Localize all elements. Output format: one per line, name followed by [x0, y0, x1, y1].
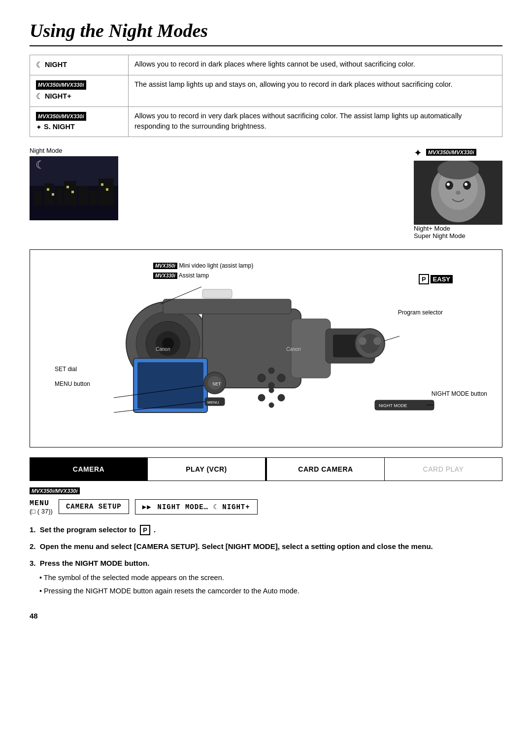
camera-diagram: MVX350i Mini video light (assist lamp) M… [30, 249, 502, 447]
night-mode-image: ☾ [30, 156, 118, 220]
menu-arrow: ▶▶ [142, 503, 152, 511]
p-symbol-step1: P [140, 525, 150, 535]
table-row: ☾ NIGHT Allows you to record in dark pla… [30, 55, 502, 75]
tab-play-vcr[interactable]: PLAY (VCR) [148, 458, 266, 481]
svg-rect-12 [71, 191, 74, 193]
menu-title: MENU [30, 499, 53, 508]
step-2: 2. Open the menu and select [CAMERA SETU… [30, 541, 502, 552]
svg-text:Canon: Canon [156, 346, 170, 352]
svg-text:☾: ☾ [35, 159, 45, 171]
svg-point-44 [278, 394, 285, 401]
super-night-mode-label: Super Night Mode [414, 232, 466, 240]
bullet-1: The symbol of the selected mode appears … [39, 572, 502, 584]
mode-tabs: CAMERA PLAY (VCR) CARD CAMERA CARD PLAY [30, 457, 502, 481]
mode-table: ☾ NIGHT Allows you to record in dark pla… [30, 55, 502, 137]
camera-setup-text: CAMERA SETUP [66, 503, 122, 511]
svg-text:MENU: MENU [207, 400, 219, 405]
night-description: Allows you to record in dark places wher… [129, 55, 502, 75]
night-mode-label: Night Mode [30, 147, 62, 154]
mvx-badge: MVX350i/MVX330i [36, 112, 86, 121]
svg-text:Canon: Canon [286, 346, 301, 352]
night-plus-moon-icon: ☾ [36, 92, 43, 101]
svg-point-41 [268, 382, 274, 388]
tab-camera[interactable]: CAMERA [30, 458, 148, 481]
svg-point-45 [269, 403, 274, 408]
night-moon-icon: ☾ [36, 61, 43, 69]
svg-rect-33 [163, 299, 291, 314]
table-row: MVX350i/MVX330i ☾ NIGHT+ The assist lamp… [30, 75, 502, 107]
night-mode-flow-box: ▶▶ NIGHT MODE… ☾ NIGHT+ [135, 499, 258, 515]
set-dial-label: SET dial [55, 366, 77, 373]
mvx-badge-right: MVX350i/MVX330i [426, 149, 476, 156]
night-mode-menu-text: NIGHT MODE… ☾ NIGHT+ [158, 503, 250, 511]
svg-rect-55 [202, 289, 232, 298]
night-mode-button-label: NIGHT MODE button [432, 390, 487, 397]
tab-card-camera[interactable]: CARD CAMERA [267, 458, 385, 481]
night-plus-label: NIGHT+ [45, 92, 71, 100]
night-label: NIGHT [45, 61, 67, 69]
svg-text:NIGHT MODE: NIGHT MODE [379, 403, 407, 408]
step-1: 1. Set the program selector to P . [30, 524, 502, 536]
title-divider [30, 45, 502, 46]
mvx-badge-row: MVX350i/MVX330i [30, 486, 502, 495]
svg-point-54 [373, 337, 381, 345]
svg-point-22 [447, 183, 450, 186]
svg-point-39 [268, 368, 274, 374]
night-plus-image [414, 161, 502, 225]
svg-rect-14 [106, 188, 108, 191]
menu-button-label: MENU button [55, 380, 90, 387]
assist-lamp-label: MVX330i Assist lamp [153, 272, 209, 280]
svg-point-40 [277, 374, 285, 382]
steps-section: 1. Set the program selector to P . 2. Op… [30, 524, 502, 597]
s-night-label: S. NIGHT [44, 123, 75, 131]
s-night-description: Allows you to record in very dark places… [129, 106, 502, 137]
menu-section: MENU (□ ( 37)) CAMERA SETUP ▶▶ NIGHT MOD… [30, 499, 502, 515]
super-night-star-icon: ✦ [414, 147, 422, 159]
mvx-main-badge: MVX350i/MVX330i [30, 487, 80, 494]
svg-rect-15 [30, 206, 118, 220]
svg-point-53 [359, 337, 366, 345]
tab-card-play[interactable]: CARD PLAY [385, 458, 502, 481]
night-icon: ☾ [213, 503, 217, 511]
svg-rect-11 [66, 186, 69, 188]
svg-point-38 [258, 374, 266, 382]
svg-rect-37 [137, 362, 203, 409]
table-row: MVX350i/MVX330i ✦ S. NIGHT Allows you to… [30, 106, 502, 137]
svg-line-61 [384, 336, 399, 341]
menu-flow-box: CAMERA SETUP [59, 499, 129, 514]
night-plus-mode-cell: MVX350i/MVX330i ☾ NIGHT+ [30, 75, 129, 107]
svg-point-23 [465, 183, 467, 186]
svg-point-43 [269, 388, 274, 393]
svg-rect-13 [101, 183, 103, 186]
svg-rect-9 [47, 188, 49, 191]
images-section: Night Mode ☾ ✦ MVX [30, 147, 502, 240]
svg-point-24 [456, 191, 461, 195]
camera-svg: SET MENU Canon Canon NIGHT MODE [65, 279, 468, 422]
night-mode-cell: ☾ NIGHT [30, 55, 129, 75]
svg-text:SET: SET [212, 381, 221, 386]
mvx-badge: MVX350i/MVX330i [36, 80, 86, 90]
menu-page-ref: (□ ( 37)) [30, 508, 53, 515]
right-image-block: ✦ MVX350i/MVX330i Night+ Mode Super Nigh… [414, 147, 502, 240]
mini-video-light-label: MVX350i Mini video light (assist lamp) [153, 262, 253, 270]
s-night-mode-cell: MVX350i/MVX330i ✦ S. NIGHT [30, 106, 129, 137]
page-number: 48 [30, 612, 502, 620]
s-night-star-icon: ✦ [36, 123, 42, 131]
page-title: Using the Night Modes [30, 20, 502, 41]
left-image-block: Night Mode ☾ [30, 147, 118, 220]
step-3-bullets: The symbol of the selected mode appears … [39, 572, 502, 597]
step-3: 3. Press the NIGHT MODE button. The symb… [30, 557, 502, 597]
night-plus-mode-label: Night+ Mode [414, 225, 450, 232]
night-plus-description: The assist lamp lights up and stays on, … [129, 75, 502, 107]
bullet-2: Pressing the NIGHT MODE button again res… [39, 585, 502, 597]
svg-point-42 [258, 394, 265, 401]
svg-rect-10 [52, 193, 54, 196]
